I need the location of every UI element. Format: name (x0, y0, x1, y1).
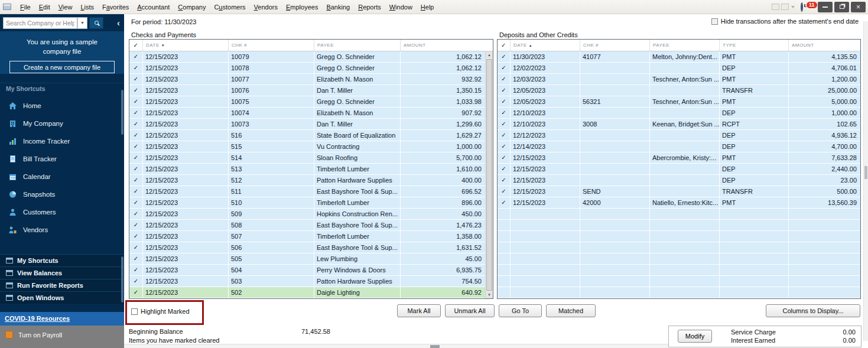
menu-company[interactable]: Company (174, 1, 210, 13)
menu-accountant[interactable]: Accountant (133, 1, 174, 13)
sidebar-item-income-tracker[interactable]: Income Tracker (0, 132, 124, 150)
sidebar-section-my-shortcuts[interactable]: My Shortcuts (0, 254, 124, 266)
table-row[interactable]: ✓12/15/2023512Patton Hardware Supplies40… (129, 175, 485, 186)
table-row[interactable]: ✓11/30/202341077Melton, Johnny:Dent...PM… (498, 51, 860, 63)
column-header-amount[interactable]: AMOUNT (788, 40, 860, 51)
go-to-button[interactable]: Go To (499, 304, 542, 317)
menu-vendors[interactable]: Vendors (250, 1, 282, 13)
turn-on-payroll[interactable]: Turn on Payroll (0, 326, 124, 348)
disabled-toolbar-icon[interactable] (772, 4, 779, 10)
column-header-date[interactable]: DATE▼ (142, 40, 228, 51)
column-header-payee[interactable]: PAYEE (649, 40, 719, 51)
table-row[interactable]: ✓12/15/2023503Patton Hardware Supplies75… (129, 276, 485, 287)
table-row[interactable]: ✓12/15/2023505Lew Plumbing45.00 (129, 253, 485, 265)
sidebar-item-bill-tracker[interactable]: Bill Tracker (0, 150, 124, 168)
table-row[interactable]: ✓12/15/2023DEP23.00 (498, 175, 860, 186)
table-row[interactable]: ✓12/10/2023DEP1,000.00 (498, 108, 860, 119)
scroll-down-icon[interactable]: ▼ (486, 291, 493, 298)
table-row[interactable]: ✓12/15/2023504Perry Windows & Doors6,935… (129, 265, 485, 276)
table-row[interactable]: ✓12/15/202310074Elizabeth N. Mason907.92 (129, 108, 485, 119)
sidebar-section-view-balances[interactable]: View Balances (0, 266, 124, 279)
table-row[interactable]: ✓12/05/2023TRANSFR25,000.00 (498, 85, 860, 96)
sidebar-section-run-favorite-reports[interactable]: Run Favorite Reports (0, 279, 124, 291)
matched-button[interactable]: Matched (546, 304, 596, 317)
table-row[interactable]: ✓12/15/2023Abercrombie, Kristy:...PMT7,6… (498, 152, 860, 164)
table-row[interactable]: ✓12/15/2023516State Board of Equalizatio… (129, 130, 485, 141)
sidebar-item-my-company[interactable]: My Company (0, 115, 124, 132)
table-row[interactable]: ✓12/15/202310076Dan T. Miller1,350.15 (129, 85, 485, 96)
table-row[interactable]: ✓12/15/2023514Sloan Roofing5,700.00 (129, 152, 485, 164)
sidebar-item-vendors[interactable]: Vendors (0, 221, 124, 239)
table-row[interactable]: ✓12/15/2023506East Bayshore Tool & Sup..… (129, 242, 485, 253)
search-input[interactable] (3, 17, 77, 29)
sidebar-item-customers[interactable]: Customers (0, 203, 124, 221)
menu-file[interactable]: File (16, 1, 35, 13)
column-header-payee[interactable]: PAYEE (314, 40, 400, 51)
reminders-clock[interactable]: 11 (801, 4, 803, 11)
restore-button[interactable] (834, 2, 849, 12)
sidebar-scrollbar-thumb[interactable] (121, 256, 123, 303)
search-scope-dropdown[interactable]: ▼ (77, 17, 87, 29)
close-button[interactable]: × (851, 2, 866, 12)
menu-lists[interactable]: Lists (76, 1, 98, 13)
column-header-chk[interactable]: CHK # (580, 40, 649, 51)
scrollbar-thumb[interactable] (486, 59, 492, 291)
app-icon[interactable] (3, 4, 11, 10)
table-row[interactable]: ✓12/12/2023DEP4,936.12 (498, 130, 860, 141)
covid-resources-link[interactable]: COVID-19 Resources (5, 315, 70, 322)
sidebar-section-open-windows[interactable]: Open Windows (0, 291, 124, 304)
menu-edit[interactable]: Edit (35, 1, 54, 13)
hide-transactions-checkbox[interactable]: Hide transactions after the statement's … (711, 18, 859, 25)
column-header-type[interactable]: TYPE (719, 40, 788, 51)
search-button[interactable] (89, 17, 103, 29)
sidebar-scrollbar-thumb[interactable] (121, 90, 123, 135)
scroll-up-icon[interactable]: ▲ (486, 51, 493, 58)
table-row[interactable]: ✓12/15/2023DEP2,440.00 (498, 164, 860, 175)
table-row[interactable]: ✓12/05/202356321Teschner, Anton:Sun ...P… (498, 96, 860, 108)
sidebar-item-snapshots[interactable]: Snapshots (0, 186, 124, 203)
table-row[interactable]: ✓12/15/2023511East Bayshore Tool & Sup..… (129, 186, 485, 197)
highlight-marked-checkbox[interactable]: Highlight Marked (131, 308, 190, 315)
menu-view[interactable]: View (54, 1, 77, 13)
sidebar-item-home[interactable]: Home (0, 97, 124, 115)
table-row[interactable]: ✓12/15/202310078Gregg O. Schneider1,062.… (129, 63, 485, 74)
menu-reports[interactable]: Reports (354, 1, 385, 13)
scrollbar-thumb[interactable] (864, 166, 867, 179)
table-row[interactable]: ✓12/14/2023DEP4,700.00 (498, 141, 860, 152)
column-header-date[interactable]: DATE▲ (510, 40, 580, 51)
menu-customers[interactable]: Customers (210, 1, 249, 13)
table-row[interactable]: ✓12/15/2023515Vu Contracting1,000.00 (129, 141, 485, 152)
table-row[interactable]: ✓12/15/202342000Natiello, Ernesto:Kitc..… (498, 197, 860, 209)
table-row[interactable]: ✓12/02/2023DEP4,706.01 (498, 63, 860, 74)
scrollbar-thumb[interactable] (430, 345, 440, 348)
table-row[interactable]: ✓12/15/202310075Gregg O. Schneider1,033.… (129, 96, 485, 108)
disabled-toolbar-icon[interactable] (781, 4, 789, 10)
unmark-all-button[interactable]: Unmark All (445, 304, 495, 317)
table-row[interactable]: ✓12/15/2023513Timberloft Lumber1,610.00 (129, 164, 485, 175)
table-row[interactable]: ✓12/15/2023502Daigle Lighting640.92 (129, 287, 485, 298)
columns-to-display-button[interactable]: Columns to Display... (766, 304, 860, 317)
table-row[interactable]: ✓12/15/202310079Gregg O. Schneider1,062.… (129, 51, 485, 63)
column-header-chk[interactable]: CHK # (228, 40, 314, 51)
table-row[interactable]: ✓12/15/2023510Timberloft Lumber896.00 (129, 197, 485, 209)
table-row[interactable]: ✓12/15/202310073Dan T. Miller1,299.60 (129, 119, 485, 130)
table-row[interactable]: ✓12/15/2023SENDTRANSFR500.00 (498, 186, 860, 197)
table-row[interactable]: ✓12/15/202310077Elizabeth N. Mason932.92 (129, 74, 485, 85)
create-company-button[interactable]: Create a new company file (9, 61, 115, 73)
menu-favorites[interactable]: Favorites (98, 1, 133, 13)
table-row[interactable]: ✓12/10/20233008Keenan, Bridget:Sun ...RC… (498, 119, 860, 130)
table-row[interactable]: ✓12/15/2023509Hopkins Construction Ren..… (129, 209, 485, 220)
menu-window[interactable]: Window (385, 1, 417, 13)
sidebar-item-calendar[interactable]: Calendar (0, 168, 124, 186)
column-header-amount[interactable]: AMOUNT (400, 40, 485, 51)
dropdown-caret-icon[interactable] (791, 6, 795, 8)
modify-button[interactable]: Modify (678, 330, 712, 343)
mark-all-button[interactable]: Mark All (397, 304, 441, 317)
table-row[interactable]: ✓12/03/2023Teschner, Anton:Sun ...PMT1,2… (498, 74, 860, 85)
menu-banking[interactable]: Banking (322, 1, 354, 13)
table-row[interactable]: ✓12/15/2023508East Bayshore Tool & Sup..… (129, 220, 485, 231)
table-row[interactable]: ✓12/15/2023507Timberloft Lumber1,358.00 (129, 231, 485, 242)
menu-employees[interactable]: Employees (282, 1, 322, 13)
minimize-button[interactable] (818, 2, 833, 12)
menu-help[interactable]: Help (417, 1, 438, 13)
